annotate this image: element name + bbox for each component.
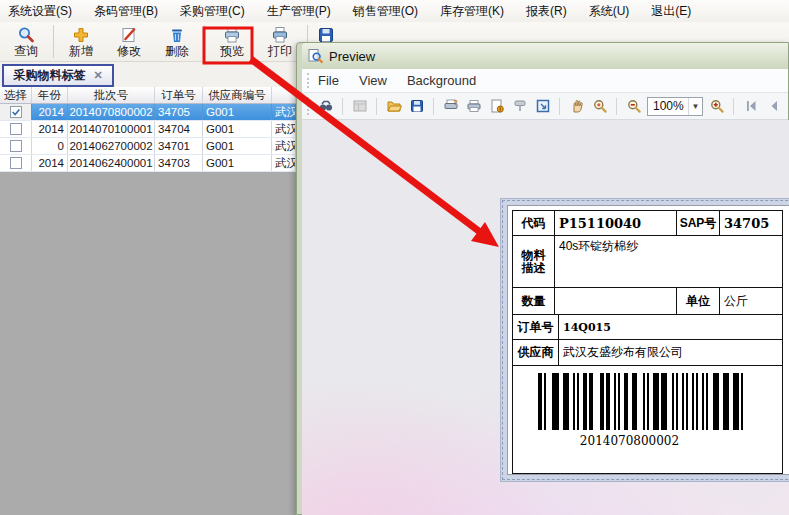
row-checkbox[interactable] [10,123,22,135]
toolbar-separator [733,98,734,115]
print-dialog-icon[interactable]: ? [441,97,460,116]
row-select-cell [0,104,32,120]
menu-item[interactable]: 采购管理(C) [180,3,245,20]
menu-item[interactable]: 报表(R) [526,3,567,20]
svg-text:?: ? [453,99,457,106]
toolbar-button-label: 删除 [165,45,189,57]
barcode-text: 2014070800002 [513,434,746,448]
save-small-icon[interactable] [407,97,426,116]
table-cell: 武汉 [272,155,296,171]
zoom-in-icon[interactable] [707,97,726,116]
page-setup-icon[interactable] [487,97,506,116]
preview-button[interactable]: 预览 [208,22,256,61]
table-cell: 2014062400001 [68,155,155,171]
label-desc-value: 40s环锭纺棉纱 [555,236,782,287]
preview-toolbar: ?100%▼ [302,93,788,120]
preview-window-icon [307,48,323,64]
row-select-cell [0,121,32,137]
zoom-level-combobox[interactable]: 100%▼ [647,97,703,116]
menu-item[interactable]: 条码管理(B) [94,3,158,20]
column-header[interactable]: 年份 [32,87,68,103]
column-header[interactable]: 批次号 [68,87,155,103]
prev-page-icon[interactable] [764,97,783,116]
fit-page-icon[interactable] [533,97,552,116]
open-icon[interactable] [384,97,403,116]
add-button[interactable]: 新增 [57,22,105,61]
column-header[interactable]: 供应商编号 [203,87,272,103]
purchase-label-grid: 选择年份批次号订单号供应商编号2014201407080000234705G00… [0,87,296,172]
table-cell: G001 [203,155,272,171]
preview-canvas: 代码 P15110040 SAP号 34705 物料描述 40s环锭纺棉纱 数量 [302,120,789,515]
toolbar-button-label: 查询 [14,45,38,57]
menu-item[interactable]: 退出(E) [651,3,691,20]
menu-item[interactable]: 销售管理(O) [353,3,418,20]
preview-window-title: Preview [329,49,375,64]
find-icon[interactable] [316,97,335,116]
preview-menu-background[interactable]: Background [407,73,476,88]
table-cell: 34705 [155,104,203,120]
toolbar-separator [376,98,377,115]
barcode-image [538,373,748,430]
zoom-icon[interactable] [590,97,609,116]
toolbar-grip-handle [307,97,310,115]
column-header[interactable] [272,87,296,103]
label-code-value: P15110040 [555,211,677,235]
toolbar-button-label: 打印 [268,45,292,57]
tab-label: 采购物料标签 [13,67,85,84]
label-qty-value [555,288,677,314]
edit-button[interactable]: 修改 [105,22,153,61]
menu-item[interactable]: 库存管理(K) [440,3,504,20]
table-cell: 34704 [155,121,203,137]
search-button[interactable]: 查询 [2,22,50,61]
menu-item[interactable]: 系统(U) [589,3,630,20]
row-checkbox[interactable] [10,106,22,118]
table-cell: G001 [203,104,272,120]
label-qty-key: 数量 [513,288,555,314]
print-small-icon[interactable] [464,97,483,116]
table-cell: 2014 [32,121,68,137]
tab-purchase-material-label[interactable]: 采购物料标签 ✕ [2,64,114,87]
zoom-out-icon[interactable] [624,97,643,116]
preview-menu-view[interactable]: View [359,73,387,88]
first-page-icon[interactable] [741,97,760,116]
table-row[interactable]: 2014201407010000134704G001武汉 [0,121,296,138]
zoom-level-value: 100% [653,99,684,113]
table-cell: 武汉 [272,104,296,120]
column-header[interactable]: 订单号 [155,87,203,103]
design-icon[interactable] [350,97,369,116]
hand-icon[interactable] [567,97,586,116]
preview-menu-file[interactable]: File [318,73,339,88]
tab-close-icon[interactable]: ✕ [93,69,102,82]
toolbar-separator [204,25,205,58]
row-checkbox[interactable] [10,140,22,152]
toolbar-button-label: 修改 [117,45,141,57]
watermark-icon[interactable] [510,97,529,116]
table-row[interactable]: 2014201406240000134703G001武汉 [0,155,296,172]
label-supplier-key: 供应商 [513,340,559,365]
menu-grip-handle [307,73,310,88]
row-select-cell [0,138,32,154]
table-cell: 2014062700002 [68,138,155,154]
table-row[interactable]: 0201406270000234701G001武汉 [0,138,296,155]
main-menu-bar: 系统设置(S)条码管理(B)采购管理(C)生产管理(P)销售管理(O)库存管理(… [0,0,789,22]
table-row[interactable]: 2014201407080000234705G001武汉 [0,104,296,121]
row-checkbox[interactable] [10,157,22,169]
delete-button[interactable]: 删除 [153,22,201,61]
table-cell: 2014070100001 [68,121,155,137]
chevron-down-icon: ▼ [688,98,702,115]
preview-window: Preview FileViewBackground ?100%▼ 代码 P15… [296,42,789,515]
preview-title-bar[interactable]: Preview [302,43,788,69]
menu-item[interactable]: 生产管理(P) [267,3,331,20]
column-header[interactable]: 选择 [0,87,32,103]
preview-icon [223,26,241,44]
label-table: 代码 P15110040 SAP号 34705 物料描述 40s环锭纺棉纱 数量 [512,210,783,474]
table-cell: G001 [203,121,272,137]
label-sap-key: SAP号 [677,211,720,235]
empty-client-area [0,172,296,515]
table-cell: 武汉 [272,138,296,154]
barcode-cell: 2014070800002 [513,366,782,474]
label-sap-value: 34705 [720,211,782,235]
print-icon [271,26,289,44]
search-icon [17,26,35,44]
menu-item[interactable]: 系统设置(S) [8,3,72,20]
